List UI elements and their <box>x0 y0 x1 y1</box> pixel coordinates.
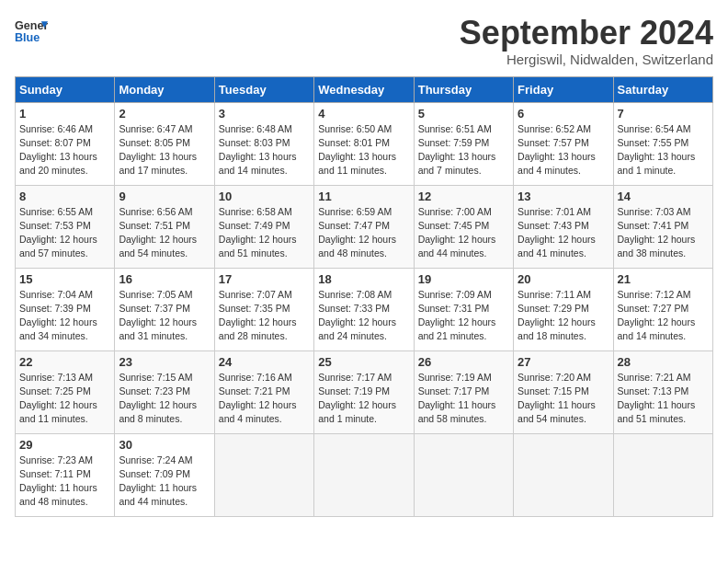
day-number: 26 <box>418 355 509 369</box>
day-number: 11 <box>318 190 409 203</box>
day-number: 8 <box>19 190 110 203</box>
calendar-cell: 6Sunrise: 6:52 AM Sunset: 7:57 PM Daylig… <box>514 102 613 185</box>
day-info: Sunrise: 6:52 AM Sunset: 7:57 PM Dayligh… <box>518 122 609 178</box>
weekday-header-tuesday: Tuesday <box>214 76 313 102</box>
calendar-cell: 20Sunrise: 7:11 AM Sunset: 7:29 PM Dayli… <box>514 268 613 350</box>
day-info: Sunrise: 7:13 AM Sunset: 7:25 PM Dayligh… <box>19 371 110 427</box>
calendar-cell: 24Sunrise: 7:16 AM Sunset: 7:21 PM Dayli… <box>214 350 313 433</box>
calendar-cell: 21Sunrise: 7:12 AM Sunset: 7:27 PM Dayli… <box>613 268 712 350</box>
calendar-cell: 16Sunrise: 7:05 AM Sunset: 7:37 PM Dayli… <box>115 268 214 350</box>
day-info: Sunrise: 7:05 AM Sunset: 7:37 PM Dayligh… <box>119 288 210 344</box>
day-info: Sunrise: 7:12 AM Sunset: 7:27 PM Dayligh… <box>618 288 709 344</box>
day-info: Sunrise: 7:23 AM Sunset: 7:11 PM Dayligh… <box>19 454 110 510</box>
day-number: 20 <box>518 272 609 286</box>
day-number: 19 <box>418 272 509 286</box>
calendar-cell: 10Sunrise: 6:58 AM Sunset: 7:49 PM Dayli… <box>214 185 313 268</box>
day-number: 14 <box>618 190 709 203</box>
day-number: 24 <box>219 355 310 369</box>
calendar-cell: 2Sunrise: 6:47 AM Sunset: 8:05 PM Daylig… <box>115 102 214 185</box>
day-info: Sunrise: 7:24 AM Sunset: 7:09 PM Dayligh… <box>119 454 210 510</box>
day-info: Sunrise: 7:01 AM Sunset: 7:43 PM Dayligh… <box>518 205 609 261</box>
calendar-cell: 17Sunrise: 7:07 AM Sunset: 7:35 PM Dayli… <box>214 268 313 350</box>
title-block: September 2024 Hergiswil, Nidwalden, Swi… <box>460 15 713 67</box>
day-number: 2 <box>119 107 210 121</box>
day-number: 27 <box>518 355 609 369</box>
weekday-header-monday: Monday <box>115 76 214 102</box>
page-header: General Blue September 2024 Hergiswil, N… <box>15 15 713 67</box>
day-info: Sunrise: 6:47 AM Sunset: 8:05 PM Dayligh… <box>119 122 210 178</box>
day-number: 9 <box>119 190 210 203</box>
logo: General Blue <box>15 15 48 48</box>
day-number: 17 <box>219 272 310 286</box>
calendar-cell: 25Sunrise: 7:17 AM Sunset: 7:19 PM Dayli… <box>314 350 414 433</box>
calendar-cell: 27Sunrise: 7:20 AM Sunset: 7:15 PM Dayli… <box>514 350 613 433</box>
day-info: Sunrise: 7:11 AM Sunset: 7:29 PM Dayligh… <box>518 288 609 344</box>
calendar-cell: 1Sunrise: 6:46 AM Sunset: 8:07 PM Daylig… <box>16 102 115 185</box>
day-info: Sunrise: 7:20 AM Sunset: 7:15 PM Dayligh… <box>518 371 609 427</box>
day-info: Sunrise: 6:51 AM Sunset: 7:59 PM Dayligh… <box>418 122 509 178</box>
day-number: 12 <box>418 190 509 203</box>
calendar-cell: 13Sunrise: 7:01 AM Sunset: 7:43 PM Dayli… <box>514 185 613 268</box>
calendar-cell: 9Sunrise: 6:56 AM Sunset: 7:51 PM Daylig… <box>115 185 214 268</box>
day-number: 30 <box>119 438 210 452</box>
day-info: Sunrise: 7:09 AM Sunset: 7:31 PM Dayligh… <box>418 288 509 344</box>
day-number: 16 <box>119 272 210 286</box>
calendar-cell <box>214 433 313 516</box>
day-info: Sunrise: 6:56 AM Sunset: 7:51 PM Dayligh… <box>119 205 210 261</box>
calendar-cell: 5Sunrise: 6:51 AM Sunset: 7:59 PM Daylig… <box>414 102 513 185</box>
day-info: Sunrise: 7:16 AM Sunset: 7:21 PM Dayligh… <box>219 371 310 427</box>
day-number: 13 <box>518 190 609 203</box>
day-number: 22 <box>19 355 110 369</box>
calendar-cell: 14Sunrise: 7:03 AM Sunset: 7:41 PM Dayli… <box>613 185 712 268</box>
location-title: Hergiswil, Nidwalden, Switzerland <box>460 52 713 67</box>
day-info: Sunrise: 7:00 AM Sunset: 7:45 PM Dayligh… <box>418 205 509 261</box>
calendar-cell <box>314 433 414 516</box>
weekday-header-wednesday: Wednesday <box>314 76 414 102</box>
day-info: Sunrise: 6:48 AM Sunset: 8:03 PM Dayligh… <box>219 122 310 178</box>
day-number: 23 <box>119 355 210 369</box>
day-number: 29 <box>19 438 110 452</box>
calendar-cell: 8Sunrise: 6:55 AM Sunset: 7:53 PM Daylig… <box>16 185 115 268</box>
calendar-cell: 28Sunrise: 7:21 AM Sunset: 7:13 PM Dayli… <box>613 350 712 433</box>
day-number: 18 <box>318 272 409 286</box>
calendar-cell: 11Sunrise: 6:59 AM Sunset: 7:47 PM Dayli… <box>314 185 414 268</box>
weekday-header-saturday: Saturday <box>613 76 712 102</box>
day-info: Sunrise: 6:54 AM Sunset: 7:55 PM Dayligh… <box>618 122 709 178</box>
calendar-cell: 29Sunrise: 7:23 AM Sunset: 7:11 PM Dayli… <box>16 433 115 516</box>
calendar-week-row: 1Sunrise: 6:46 AM Sunset: 8:07 PM Daylig… <box>16 102 713 185</box>
day-info: Sunrise: 7:19 AM Sunset: 7:17 PM Dayligh… <box>418 371 509 427</box>
day-number: 6 <box>518 107 609 121</box>
month-title: September 2024 <box>460 15 713 52</box>
calendar-cell: 19Sunrise: 7:09 AM Sunset: 7:31 PM Dayli… <box>414 268 513 350</box>
day-number: 28 <box>618 355 709 369</box>
calendar-cell: 15Sunrise: 7:04 AM Sunset: 7:39 PM Dayli… <box>16 268 115 350</box>
calendar-table: SundayMondayTuesdayWednesdayThursdayFrid… <box>15 76 713 517</box>
day-info: Sunrise: 7:21 AM Sunset: 7:13 PM Dayligh… <box>618 371 709 427</box>
calendar-cell <box>414 433 513 516</box>
day-info: Sunrise: 7:03 AM Sunset: 7:41 PM Dayligh… <box>618 205 709 261</box>
day-info: Sunrise: 6:58 AM Sunset: 7:49 PM Dayligh… <box>219 205 310 261</box>
day-info: Sunrise: 6:55 AM Sunset: 7:53 PM Dayligh… <box>19 205 110 261</box>
day-info: Sunrise: 7:15 AM Sunset: 7:23 PM Dayligh… <box>119 371 210 427</box>
calendar-week-row: 22Sunrise: 7:13 AM Sunset: 7:25 PM Dayli… <box>16 350 713 433</box>
day-number: 3 <box>219 107 310 121</box>
calendar-cell: 12Sunrise: 7:00 AM Sunset: 7:45 PM Dayli… <box>414 185 513 268</box>
logo-icon: General Blue <box>15 15 48 48</box>
calendar-cell: 7Sunrise: 6:54 AM Sunset: 7:55 PM Daylig… <box>613 102 712 185</box>
day-number: 7 <box>618 107 709 121</box>
day-number: 5 <box>418 107 509 121</box>
weekday-header-row: SundayMondayTuesdayWednesdayThursdayFrid… <box>16 76 713 102</box>
day-info: Sunrise: 7:08 AM Sunset: 7:33 PM Dayligh… <box>318 288 409 344</box>
day-number: 10 <box>219 190 310 203</box>
weekday-header-thursday: Thursday <box>414 76 513 102</box>
day-number: 4 <box>318 107 409 121</box>
calendar-cell: 26Sunrise: 7:19 AM Sunset: 7:17 PM Dayli… <box>414 350 513 433</box>
day-info: Sunrise: 7:04 AM Sunset: 7:39 PM Dayligh… <box>19 288 110 344</box>
day-info: Sunrise: 6:59 AM Sunset: 7:47 PM Dayligh… <box>318 205 409 261</box>
calendar-cell: 4Sunrise: 6:50 AM Sunset: 8:01 PM Daylig… <box>314 102 414 185</box>
calendar-cell <box>514 433 613 516</box>
day-info: Sunrise: 6:46 AM Sunset: 8:07 PM Dayligh… <box>19 122 110 178</box>
day-number: 15 <box>19 272 110 286</box>
calendar-cell: 3Sunrise: 6:48 AM Sunset: 8:03 PM Daylig… <box>214 102 313 185</box>
svg-text:Blue: Blue <box>15 31 40 44</box>
